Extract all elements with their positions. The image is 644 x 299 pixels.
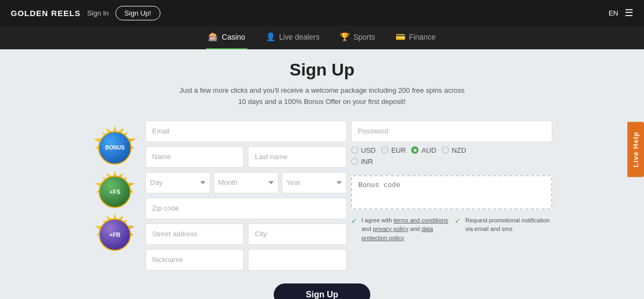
radio-nzd bbox=[442, 146, 449, 154]
currency-nzd-label: NZD bbox=[452, 146, 466, 154]
name-field[interactable] bbox=[145, 146, 244, 168]
casino-icon: 🎰 bbox=[208, 32, 218, 42]
bonus-code-field[interactable] bbox=[351, 175, 552, 210]
header: GOLDEN REELS Sign In Sign Up! EN ☰ bbox=[0, 0, 644, 26]
signup-submit-button[interactable]: Sign Up bbox=[274, 283, 370, 299]
date-row: Day Month Year bbox=[145, 172, 347, 193]
nav-label-casino: Casino bbox=[222, 33, 245, 41]
currency-eur-label: EUR bbox=[391, 146, 406, 154]
nav-item-casino[interactable]: 🎰 Casino bbox=[206, 26, 247, 49]
badge-fs-circle: +FS bbox=[99, 176, 131, 208]
email-field[interactable] bbox=[145, 121, 347, 142]
radio-aud bbox=[411, 146, 419, 154]
terms-text: I agree with terms and conditions and pr… bbox=[362, 216, 449, 243]
nickname-field[interactable] bbox=[145, 249, 244, 271]
main-content: Sign Up Just a few more clicks and you'l… bbox=[0, 49, 644, 299]
radio-usd bbox=[351, 146, 358, 154]
signin-link[interactable]: Sign In bbox=[87, 9, 108, 17]
page-subtitle: Just a few more clicks and you'll receiv… bbox=[0, 85, 644, 108]
badge-bonus-circle: BONUS bbox=[98, 131, 131, 165]
sports-icon: 🏆 bbox=[340, 32, 350, 42]
header-logo-section: GOLDEN REELS Sign In Sign Up! bbox=[11, 6, 160, 20]
nav-label-finance: Finance bbox=[409, 33, 436, 41]
address-row bbox=[145, 223, 347, 245]
currency-nzd[interactable]: NZD bbox=[442, 146, 466, 154]
phone-row: +61 bbox=[145, 249, 347, 271]
currency-inr[interactable]: INR bbox=[351, 158, 373, 166]
nav-label-live-dealers: Live dealers bbox=[279, 33, 320, 41]
currency-section: USD EUR AUD NZD bbox=[351, 146, 552, 169]
promo-check-icon[interactable]: ✓ bbox=[455, 216, 461, 225]
live-help-button[interactable]: Live Help bbox=[627, 122, 644, 177]
signup-header-button[interactable]: Sign Up! bbox=[115, 6, 160, 20]
badge-fb-circle: +FB bbox=[99, 219, 131, 251]
currency-row-2: INR bbox=[351, 158, 552, 166]
month-select[interactable]: Month bbox=[214, 172, 279, 193]
radio-inr bbox=[351, 158, 358, 165]
nav-item-finance[interactable]: 💳 Finance bbox=[393, 26, 438, 49]
bonus-badge-column: BONUS +FS +FB bbox=[92, 121, 138, 271]
page-title: Sign Up bbox=[0, 60, 644, 80]
nav-label-sports: Sports bbox=[353, 33, 375, 41]
logo: GOLDEN REELS bbox=[11, 9, 80, 18]
currency-usd[interactable]: USD bbox=[351, 146, 376, 154]
nav-item-live-dealers[interactable]: 👤 Live dealers bbox=[264, 26, 322, 49]
year-select[interactable]: Year bbox=[282, 172, 347, 193]
radio-eur bbox=[381, 146, 389, 154]
terms-link[interactable]: terms and conditions bbox=[393, 217, 448, 223]
password-field[interactable] bbox=[351, 121, 552, 142]
promo-text: Request promotional notification via ema… bbox=[465, 216, 552, 234]
form-right: USD EUR AUD NZD bbox=[351, 121, 552, 271]
phone-field[interactable]: +61 bbox=[248, 249, 347, 271]
currency-usd-label: USD bbox=[361, 146, 376, 154]
badge-fb-label: +FB bbox=[109, 231, 120, 238]
street-field[interactable] bbox=[145, 223, 244, 245]
header-right: EN ☰ bbox=[609, 7, 633, 19]
language-label[interactable]: EN bbox=[609, 9, 618, 17]
form-container: BONUS +FS +FB bbox=[0, 121, 644, 271]
day-select[interactable]: Day bbox=[145, 172, 210, 193]
city-field[interactable] bbox=[248, 223, 347, 245]
currency-eur[interactable]: EUR bbox=[381, 146, 406, 154]
currency-aud[interactable]: AUD bbox=[411, 146, 436, 154]
promo-checkbox-item: ✓ Request promotional notification via e… bbox=[455, 216, 552, 243]
currency-aud-label: AUD bbox=[421, 146, 436, 154]
terms-checkbox-item: ✓ I agree with terms and conditions and … bbox=[351, 216, 449, 243]
live-dealers-icon: 👤 bbox=[266, 32, 276, 42]
checkbox-section: ✓ I agree with terms and conditions and … bbox=[351, 216, 552, 243]
menu-icon[interactable]: ☰ bbox=[625, 7, 633, 19]
badge-fs-label: +FS bbox=[109, 189, 120, 195]
submit-section: Sign Up bbox=[0, 283, 644, 299]
nav-item-sports[interactable]: 🏆 Sports bbox=[338, 26, 377, 49]
badge-bonus-label: BONUS bbox=[105, 145, 125, 151]
nav-bar: 🎰 Casino 👤 Live dealers 🏆 Sports 💳 Finan… bbox=[0, 26, 644, 49]
currency-row-1: USD EUR AUD NZD bbox=[351, 146, 552, 154]
terms-check-icon[interactable]: ✓ bbox=[351, 216, 357, 225]
name-row bbox=[145, 146, 347, 168]
privacy-link[interactable]: privacy policy bbox=[373, 226, 408, 232]
currency-inr-label: INR bbox=[361, 158, 373, 166]
finance-icon: 💳 bbox=[396, 32, 406, 42]
zipcode-field[interactable] bbox=[145, 198, 347, 219]
form-left: Day Month Year +61 bbox=[145, 121, 347, 271]
lastname-field[interactable] bbox=[248, 146, 347, 168]
